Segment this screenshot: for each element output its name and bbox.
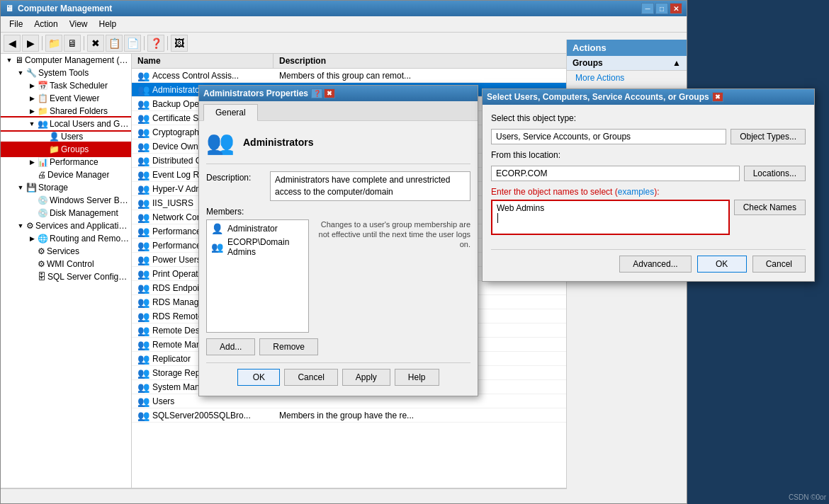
tree-item-sql[interactable]: ▶ 🗄 SQL Server Configuratio <box>1 270 131 283</box>
object-types-button[interactable]: Object Types... <box>731 129 806 144</box>
object-type-row: Select this object type: <box>491 113 806 123</box>
expand-routing-remote[interactable]: ▶ <box>26 233 38 244</box>
tree-item-services[interactable]: ▶ ⚙ Services <box>1 245 131 258</box>
admin-cancel-button[interactable]: Cancel <box>284 369 337 386</box>
examples-link[interactable]: examples <box>618 187 654 197</box>
names-area[interactable]: Web Admins <box>491 200 730 235</box>
tree-item-device-manager[interactable]: ▶ 🖨 Device Manager <box>1 168 131 181</box>
select-advanced-button[interactable]: Advanced... <box>619 256 691 273</box>
tree-item-event-viewer[interactable]: ▶ 📋 Event Viewer <box>1 92 131 105</box>
tree-item-users[interactable]: ▶ 👤 Users <box>1 130 131 143</box>
menu-action[interactable]: Action <box>28 18 63 30</box>
tree-item-windows-backup[interactable]: ▶ 💿 Windows Server Backup <box>1 194 131 207</box>
select-dialog-footer: Advanced... OK Cancel <box>491 249 806 273</box>
maximize-button[interactable]: □ <box>655 3 668 14</box>
list-cell-name: 👥Access Control Assis... <box>132 69 273 82</box>
select-dialog-close-btn[interactable]: ✖ <box>712 92 723 102</box>
locations-button[interactable]: Locations... <box>744 166 806 181</box>
tree-item-performance[interactable]: ▶ 📊 Performance <box>1 156 131 168</box>
group-icon: 👥 <box>137 84 150 96</box>
remove-button[interactable]: Remove <box>259 338 318 355</box>
expand-storage[interactable]: ▼ <box>15 182 26 193</box>
storage-label: Storage <box>38 183 68 193</box>
close-button[interactable]: ✕ <box>670 3 682 14</box>
app-icon: 🖥 <box>5 4 13 13</box>
tree-item-wmi[interactable]: ▶ ⚙ WMI Control <box>1 258 131 270</box>
member-item-domain-admins[interactable]: 👥 ECORP\Domain Admins <box>208 236 307 258</box>
group-icon: 👥 <box>137 183 150 195</box>
menu-bar: File Action View Help <box>1 16 687 33</box>
folder-button[interactable]: 📁 <box>45 35 62 52</box>
tree-item-services-apps[interactable]: ▼ ⚙ Services and Applications <box>1 219 131 232</box>
menu-file[interactable]: File <box>4 18 28 30</box>
col-header-name[interactable]: Name <box>132 54 273 68</box>
expand-event-viewer[interactable]: ▶ <box>26 93 38 104</box>
tree-item-local-users[interactable]: ▼ 👥 Local Users and Groups <box>1 118 131 130</box>
admin-ok-button[interactable]: OK <box>237 369 280 386</box>
group-icon: 👥 <box>137 70 150 81</box>
select-ok-button[interactable]: OK <box>697 256 747 273</box>
monitor-button[interactable]: 🖥 <box>64 35 81 52</box>
tree-item-task-scheduler[interactable]: ▶ 📅 Task Scheduler <box>1 79 131 92</box>
actions-collapse-icon[interactable]: ▲ <box>672 58 681 68</box>
main-title-bar: 🖥 Computer Management ─ □ ✕ <box>1 1 687 16</box>
sql-label: SQL Server Configuratio <box>47 272 130 282</box>
admin-apply-button[interactable]: Apply <box>342 369 390 386</box>
disk-mgmt-icon: 💿 <box>38 208 48 218</box>
object-type-input[interactable] <box>491 129 726 144</box>
tab-general[interactable]: General <box>203 104 258 121</box>
expand-system-tools[interactable]: ▼ <box>15 67 26 79</box>
routing-remote-label: Routing and Remote Ac <box>50 234 130 244</box>
tree-item-routing-remote[interactable]: ▶ 🌐 Routing and Remote Ac <box>1 232 131 245</box>
add-button[interactable]: Add... <box>206 338 255 355</box>
services-apps-label: Services and Applications <box>35 221 130 231</box>
expand-computer-mgmt[interactable]: ▼ <box>4 55 15 66</box>
expand-performance[interactable]: ▶ <box>26 156 38 168</box>
expand-services-apps[interactable]: ▼ <box>15 220 26 231</box>
admin-group-icon: 👥 <box>206 128 235 156</box>
list-cell-name: 👥SQLServer2005SQLBro... <box>132 409 273 422</box>
admin-dialog-title-text: Administrators Properties <box>203 88 308 98</box>
admin-header: 👥 Administrators <box>206 128 470 164</box>
admin-dialog-btns: ❓ ✖ <box>311 88 335 98</box>
check-names-button[interactable]: Check Names <box>734 200 806 215</box>
member-group-icon: 👥 <box>211 241 223 253</box>
location-input[interactable] <box>491 166 740 181</box>
forward-button[interactable]: ▶ <box>22 35 39 52</box>
group-icon: 👥 <box>137 410 150 421</box>
copy-button[interactable]: 📋 <box>106 35 123 52</box>
view-button[interactable]: 🖼 <box>171 35 188 52</box>
menu-view[interactable]: View <box>64 18 94 30</box>
minimize-button[interactable]: ─ <box>641 3 654 14</box>
back-button[interactable]: ◀ <box>4 35 21 52</box>
member-domain-admins-name: ECORP\Domain Admins <box>227 237 304 257</box>
task-scheduler-icon: 📅 <box>38 81 48 91</box>
users-icon: 👤 <box>49 132 60 142</box>
expand-task-scheduler[interactable]: ▶ <box>26 80 38 91</box>
list-cell-name: 👥Users <box>132 395 273 408</box>
help-icon[interactable]: ❓ <box>147 35 164 52</box>
group-icon: 👥 <box>137 353 150 365</box>
description-label: Description: <box>206 171 270 183</box>
member-admin-name: Administrator <box>227 224 278 234</box>
delete-button[interactable]: ✖ <box>87 35 104 52</box>
select-cancel-button[interactable]: Cancel <box>752 256 806 273</box>
group-icon: 👥 <box>137 113 150 124</box>
menu-help[interactable]: Help <box>94 18 123 30</box>
tree-item-storage[interactable]: ▼ 💾 Storage <box>1 181 131 194</box>
tree-item-shared-folders[interactable]: ▶ 📁 Shared Folders <box>1 105 131 118</box>
tree-item-disk-mgmt[interactable]: ▶ 💿 Disk Management <box>1 207 131 219</box>
tree-item-groups[interactable]: ▶ 📁 Groups <box>1 143 131 156</box>
tree-item-system-tools[interactable]: ▼ 🔧 System Tools <box>1 67 131 79</box>
admin-help-button[interactable]: Help <box>395 369 439 386</box>
admin-dialog-close-btn[interactable]: ✖ <box>324 88 335 98</box>
expand-shared-folders[interactable]: ▶ <box>26 105 38 117</box>
tree-item-computer-mgmt[interactable]: ▼ 🖥 Computer Management (Local <box>1 54 131 67</box>
actions-panel-title: Actions <box>567 40 687 56</box>
actions-more-actions[interactable]: More Actions <box>567 71 687 85</box>
expand-local-users[interactable]: ▼ <box>26 118 38 130</box>
group-icon: 👥 <box>137 396 150 407</box>
paste-button[interactable]: 📄 <box>124 35 141 52</box>
member-item-admin[interactable]: 👤 Administrator <box>208 222 307 236</box>
admin-dialog-help-btn[interactable]: ❓ <box>311 88 322 98</box>
